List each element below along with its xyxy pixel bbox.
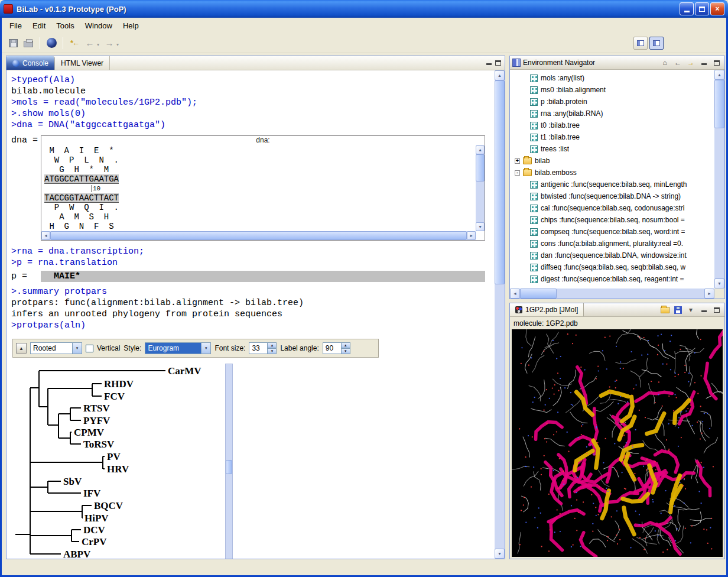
spinner-up-icon[interactable]: ▲ [268,342,277,348]
scrollbar-thumb[interactable] [714,80,724,128]
scroll-down-button[interactable]: ▼ [495,549,505,559]
dna-vertical-scrollbar[interactable]: ▲ ▼ [476,145,485,231]
dna-sequence-widget[interactable]: dna: M A I E * W P L N . G H * MATGGCCAT… [41,135,485,241]
print-button[interactable] [22,37,35,50]
env-item-t0[interactable]: t0 :bilab.tree [510,119,714,131]
env-item-rna[interactable]: rna :any(bilab.RNA) [510,108,714,119]
run-button[interactable] [45,37,58,50]
perspective-button-open[interactable] [633,37,648,50]
molecule-strand [647,413,664,433]
env-item-ms0[interactable]: ms0 :bilab.alignment [510,84,714,96]
forward-button[interactable]: → [103,37,116,50]
back-button[interactable]: ← [83,37,96,50]
close-button[interactable]: × [710,2,724,15]
home-button[interactable]: ⌂ [659,58,670,67]
env-item-bilab.emboss[interactable]: -bilab.emboss [510,167,714,179]
scroll-up-button[interactable]: ▲ [714,70,724,80]
env-item-compseq[interactable]: compseq :func(sequence:bilab.seq, word:i… [510,226,714,238]
molecule-canvas[interactable] [512,329,723,557]
env-item-cons[interactable]: cons :func(a:bilab.alignment, plurality:… [510,238,714,249]
menu-tools[interactable]: Tools [51,19,79,33]
menu-help[interactable]: Help [118,19,144,33]
minimize-view-button[interactable] [698,58,709,67]
scroll-left-button[interactable]: ◄ [41,231,50,240]
env-item-t1[interactable]: t1 :bilab.tree [510,131,714,143]
console-vertical-scrollbar[interactable]: ▲ ▼ [495,70,505,559]
minimize-icon [701,308,707,312]
scroll-right-button[interactable]: ► [704,288,714,299]
env-item-btwisted[interactable]: btwisted :func(sequence:bilab.DNA -> str… [510,190,714,202]
env-item-dan[interactable]: dan :func(sequence:bilab.DNA, windowsize… [510,249,714,261]
save-button[interactable] [6,37,20,50]
minimize-button[interactable] [680,2,694,15]
rooted-dropdown[interactable]: Rooted ▾ [30,342,82,354]
env-item-diffseq[interactable]: diffseq :func(seqa:bilab.seq, seqb:bilab… [510,261,714,273]
env-horizontal-scrollbar[interactable]: ◄ ► [510,288,714,299]
perspective-button-current[interactable] [649,37,664,50]
env-item-antigenic[interactable]: antigenic :func(sequence:bilab.seq, minL… [510,179,714,190]
collapse-panel-button[interactable]: ▲ [16,343,27,354]
chevron-down-icon[interactable]: ▾ [201,343,210,354]
env-item-cai[interactable]: cai :func(sequence:bilab.seq, codonusage… [510,202,714,214]
style-dropdown[interactable]: Eurogram ▾ [145,342,211,354]
console-maximize-icon[interactable] [495,60,501,66]
scroll-right-button[interactable]: ► [467,231,476,240]
maximize-view-button[interactable] [711,58,722,67]
spinner-down-icon[interactable]: ▼ [268,348,277,354]
view-menu-dropdown[interactable]: ▾ [685,305,696,315]
back-history-dropdown[interactable]: ▾ [97,42,99,47]
tree-vertical-scrollbar[interactable] [225,364,233,559]
env-item-label: mols :any(list) [541,74,584,82]
font-size-stepper[interactable]: 33 ▲ ▼ [249,342,277,354]
font-size-value[interactable]: 33 [249,342,268,354]
tab-html-viewer[interactable]: HTML Viewer [55,56,110,70]
menu-edit[interactable]: Edit [27,19,51,33]
env-item-bilab[interactable]: +bilab [510,155,714,167]
env-item-chips[interactable]: chips :func(sequence:bilab.seq, nosum:bo… [510,214,714,226]
menu-file[interactable]: File [4,19,27,33]
spinner-down-icon[interactable]: ▼ [342,348,350,354]
scrollbar-thumb[interactable] [520,288,557,299]
maximize-view-button[interactable] [711,305,722,315]
vertical-checkbox[interactable] [86,345,93,352]
scroll-up-button[interactable]: ▲ [476,145,485,154]
env-item-trees[interactable]: trees :list [510,143,714,155]
chevron-down-icon[interactable]: ▾ [72,343,82,354]
scrollbar-thumb[interactable] [226,460,232,474]
label-angle-stepper[interactable]: 90 ▲ ▼ [323,342,350,354]
forward-button[interactable]: → [685,58,696,67]
spinner-up-icon[interactable]: ▲ [342,342,350,348]
back-button[interactable]: ← [672,58,683,67]
scroll-left-button[interactable]: ◄ [510,288,520,299]
scrollbar-thumb[interactable] [495,80,505,284]
tree-drawing[interactable]: CarMVRHDVFCVRTSVPYFVCPMVToRSVPVHRVSbVIFV… [12,364,224,559]
scrollbar-thumb[interactable] [476,154,485,181]
menu-window[interactable]: Window [80,19,118,33]
console-output-area[interactable]: >typeof(Ala)bilab.molecule>mols = read("… [6,70,495,559]
console-minimize-icon[interactable] [486,61,492,65]
env-item-mols[interactable]: mols :any(list) [510,72,714,84]
scroll-down-button[interactable]: ▼ [714,278,724,288]
env-item-digest[interactable]: digest :func(sequence:bilab.seq, reagent… [510,273,714,285]
scrollbar-thumb[interactable] [50,231,467,240]
save-view-button[interactable] [672,305,683,315]
tab-console[interactable]: Console [6,56,55,70]
open-file-button[interactable] [659,305,670,315]
label-angle-value[interactable]: 90 [323,342,342,354]
expand-icon[interactable]: + [515,158,520,164]
minimize-view-button[interactable] [698,305,709,315]
scroll-down-button[interactable]: ▼ [476,222,485,231]
window-titlebar[interactable]: BiLab - v0.1.3 Prototype (PoP) × [0,0,728,18]
tab-1gp2-jmol[interactable]: 1GP2.pdb [JMol] [510,303,584,316]
maximize-button[interactable] [695,2,709,15]
last-edit-location-button[interactable]: *← [68,37,81,50]
env-item-p[interactable]: p :bilab.protein [510,96,714,108]
env-vertical-scrollbar[interactable]: ▲ ▼ [714,70,724,288]
molecule-strand [589,351,605,360]
scroll-up-button[interactable]: ▲ [495,70,505,80]
forward-history-dropdown[interactable]: ▾ [116,42,119,47]
collapse-icon[interactable]: - [515,170,520,176]
atom-dot [666,364,667,365]
dna-horizontal-scrollbar[interactable]: ◄ ► [41,231,476,240]
molecule-strand [690,366,693,386]
